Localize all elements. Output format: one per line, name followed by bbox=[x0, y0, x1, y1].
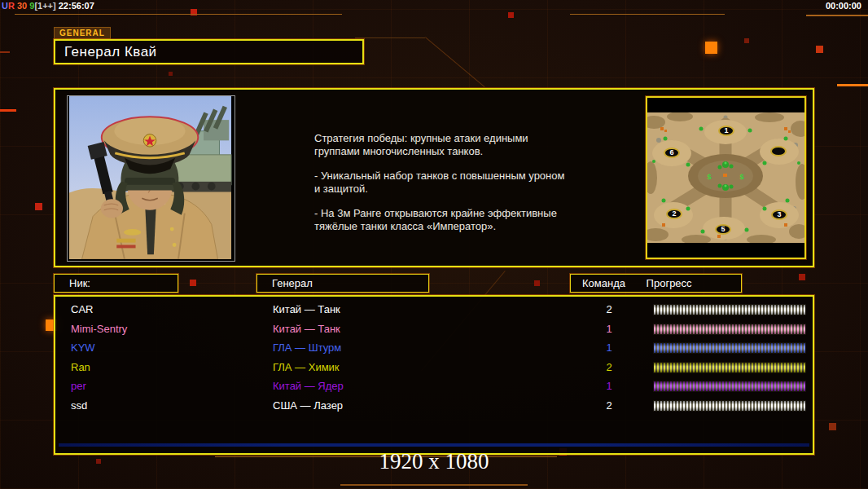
player-progress-bar bbox=[653, 362, 806, 373]
player-general: ГЛА — Штурм bbox=[273, 341, 341, 354]
column-header-general-label: Генерал bbox=[257, 277, 313, 289]
column-header-nick: Ник: bbox=[54, 274, 178, 293]
page-title: Генерал Квай bbox=[54, 39, 364, 64]
player-nick: Ran bbox=[71, 361, 90, 373]
decor-square bbox=[829, 423, 836, 430]
player-nick: CAR bbox=[71, 303, 93, 315]
decor-square bbox=[816, 46, 823, 53]
decor-square bbox=[169, 72, 173, 76]
player-progress-bar bbox=[653, 400, 806, 412]
player-general: ГЛА — Химик bbox=[273, 361, 340, 373]
player-progress-bar bbox=[653, 324, 806, 335]
decor-square bbox=[508, 12, 514, 18]
player-team: 2 bbox=[588, 303, 630, 315]
table-bottom-strip bbox=[59, 443, 809, 447]
player-team: 2 bbox=[588, 399, 630, 412]
decor-square bbox=[799, 274, 805, 280]
player-progress-bar bbox=[653, 381, 806, 392]
player-row: KYWГЛА — Штурм1 bbox=[55, 338, 813, 358]
strategy-paragraph: - Уникальный набор танков с повышенным у… bbox=[314, 170, 656, 196]
hud-stat-segment: R bbox=[8, 1, 15, 11]
decor-line bbox=[837, 84, 868, 86]
decor-diagonal bbox=[425, 37, 484, 87]
player-row: perКитай — Ядер1 bbox=[55, 377, 813, 396]
column-header-general: Генерал bbox=[256, 274, 429, 293]
column-header-team-progress: Команда Прогресс bbox=[570, 274, 742, 293]
map-preview: $ $ bbox=[646, 96, 806, 259]
decor-line bbox=[0, 51, 10, 53]
player-progress-bar bbox=[653, 304, 806, 315]
player-nick: Mimi-Sentry bbox=[71, 323, 127, 335]
column-header-nick-label: Ник: bbox=[55, 277, 90, 289]
player-nick: per bbox=[71, 380, 86, 392]
player-nick: KYW bbox=[71, 341, 95, 354]
map-spawn-marker: 6 bbox=[664, 148, 680, 158]
hud-stats: UR 30 9[1++] 22:56:07 bbox=[2, 1, 94, 11]
decor-line bbox=[15, 14, 342, 15]
player-row: CARКитай — Танк2 bbox=[55, 300, 813, 319]
player-team: 1 bbox=[588, 323, 630, 335]
player-row: ssdСША — Лазер2 bbox=[55, 396, 813, 416]
map-spawn-marker bbox=[770, 146, 787, 156]
map-spawn-marker: 3 bbox=[771, 209, 787, 220]
hud-stat-segment: 9 bbox=[27, 1, 34, 11]
player-row: Mimi-SentryКитай — Танк1 bbox=[55, 319, 813, 339]
svg-text:$: $ bbox=[739, 173, 743, 181]
player-general: Китай — Ядер bbox=[273, 380, 344, 392]
game-lobby-screen: UR 30 9[1++] 22:56:07 00:00:00 GENERAL Г… bbox=[0, 0, 868, 489]
decor-line bbox=[570, 14, 725, 15]
general-portrait-image bbox=[68, 96, 233, 259]
hud-stat-segment: 30 bbox=[15, 1, 27, 11]
general-portrait bbox=[67, 95, 235, 262]
strategy-description: Стратегия победы: крупные атаки едиными … bbox=[314, 132, 656, 244]
column-header-team-label: Команда bbox=[571, 277, 625, 289]
tab-general[interactable]: GENERAL bbox=[54, 27, 111, 39]
hud-stat-segment: [1++] bbox=[34, 1, 55, 11]
player-row: RanГЛА — Химик2 bbox=[55, 358, 813, 377]
decor-square bbox=[744, 38, 749, 43]
decor-line bbox=[0, 109, 16, 112]
resolution-watermark: 1920 x 1080 bbox=[0, 449, 868, 474]
player-team: 1 bbox=[588, 380, 630, 392]
strategy-paragraph: - На 3м Ранге открываются крайне эффекти… bbox=[314, 207, 656, 233]
hud-stat-segment: U bbox=[2, 1, 8, 11]
player-nick: ssd bbox=[71, 399, 87, 412]
svg-text:$: $ bbox=[707, 173, 711, 181]
player-general: США — Лазер bbox=[273, 399, 343, 412]
decor-square bbox=[190, 280, 196, 286]
decor-line bbox=[806, 15, 868, 16]
column-header-progress-label: Прогресс bbox=[629, 277, 692, 289]
player-general: Китай — Танк bbox=[273, 303, 340, 315]
player-progress-bar bbox=[653, 342, 806, 354]
player-team: 2 bbox=[588, 361, 630, 373]
players-list: CARКитай — Танк2Mimi-SentryКитай — Танк1… bbox=[55, 300, 813, 415]
strategy-paragraph: Стратегия победы: крупные атаки едиными … bbox=[314, 132, 656, 158]
map-image: $ $ bbox=[647, 112, 804, 243]
hud-stat-segment: 22:56:07 bbox=[56, 1, 94, 11]
decor-line bbox=[340, 484, 528, 486]
map-spawn-marker: 1 bbox=[718, 126, 734, 136]
decor-line bbox=[355, 37, 425, 38]
players-table: CARКитай — Танк2Mimi-SentryКитай — Танк1… bbox=[54, 295, 814, 455]
decor-square bbox=[534, 280, 540, 286]
hud-timer: 00:00:00 bbox=[826, 1, 861, 11]
decor-square bbox=[705, 42, 717, 54]
general-info-panel: Стратегия победы: крупные атаки едиными … bbox=[54, 88, 814, 267]
map-spawn-marker: 5 bbox=[715, 224, 731, 235]
player-team: 1 bbox=[588, 341, 630, 354]
map-spawn-marker: 2 bbox=[666, 209, 682, 219]
decor-square bbox=[35, 203, 42, 210]
player-general: Китай — Танк bbox=[273, 323, 340, 335]
